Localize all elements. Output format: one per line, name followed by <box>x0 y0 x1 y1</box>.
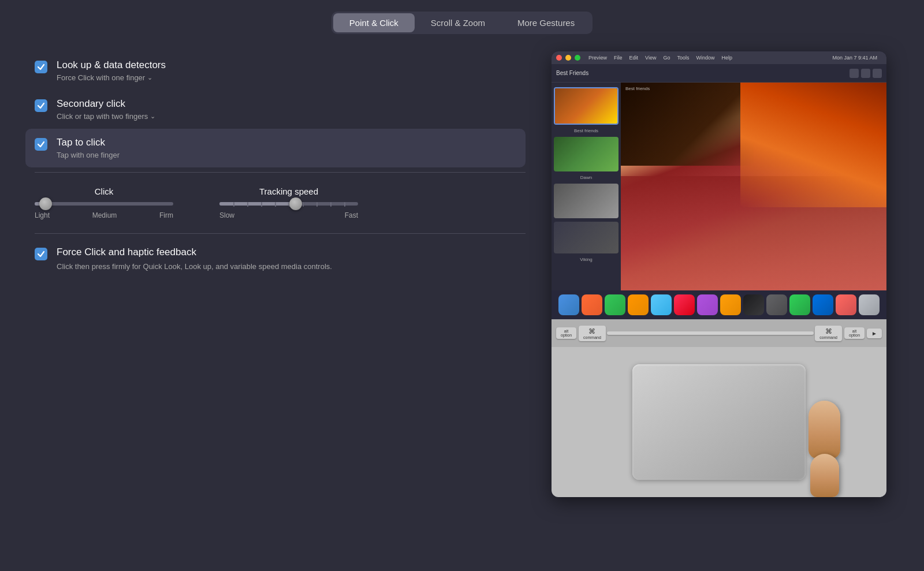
toolbar-title: Best Friends <box>556 70 846 76</box>
menu-window: Window <box>696 55 714 61</box>
dock-icon-13 <box>836 294 856 315</box>
dock <box>552 290 886 319</box>
tab-more-gestures[interactable]: More Gestures <box>501 13 591 32</box>
menu-preview: Preview <box>588 55 607 61</box>
lookup-setting-row: Look up & data detectors Force Click wit… <box>35 51 526 90</box>
thumb-label-2: Dawn <box>554 174 619 181</box>
click-mark-firm: Firm <box>159 211 173 219</box>
force-click-row: Force Click and haptic feedback Click th… <box>35 238 526 280</box>
thumb-label-1: Best friends <box>554 127 619 135</box>
dock-icon-9 <box>743 294 764 315</box>
key-arrow-right: ► <box>867 329 882 338</box>
toolbar-actions <box>850 69 882 78</box>
tracking-speed-labels: Slow Fast <box>219 211 358 219</box>
screen-main-photo: Best friends <box>621 83 886 290</box>
menu-go: Go <box>663 55 670 61</box>
secondary-click-row: Secondary click Click or tap with two fi… <box>35 90 526 129</box>
dock-icon-12 <box>813 294 833 315</box>
photo-label: Best friends <box>625 86 650 91</box>
tracking-speed-label: Tracking speed <box>219 186 358 196</box>
lookup-text: Look up & data detectors Force Click wit… <box>57 59 166 82</box>
force-click-text: Force Click and haptic feedback Click th… <box>57 247 332 272</box>
sliders-section: Click Light Medium Firm Tr <box>35 177 526 229</box>
lookup-title: Look up & data detectors <box>57 59 166 71</box>
divider-1 <box>35 172 526 173</box>
tracking-speed-track[interactable] <box>219 202 358 206</box>
lookup-checkbox[interactable] <box>35 61 47 73</box>
tap-to-click-text: Tap to click Tap with one finger <box>57 137 120 159</box>
dock-icon-6 <box>674 294 695 315</box>
click-slider-label: Click <box>35 186 173 196</box>
traffic-light-green <box>575 55 580 61</box>
click-slider-labels: Light Medium Firm <box>35 211 173 219</box>
screen-sidebar: Best friends Dawn Viking <box>552 83 621 290</box>
tracking-speed-slider-group: Tracking speed <box>219 186 358 219</box>
menu-edit: Edit <box>629 55 639 61</box>
dock-icon-2 <box>582 294 602 315</box>
thumb-3 <box>554 184 619 218</box>
keyboard-left-group: altoption ⌘ command <box>556 326 606 341</box>
tab-scroll-zoom[interactable]: Scroll & Zoom <box>415 13 501 32</box>
dock-icon-10 <box>766 294 787 315</box>
secondary-click-chevron-icon: ⌄ <box>150 113 155 120</box>
secondary-click-title: Secondary click <box>57 98 155 110</box>
key-spacebar <box>607 331 814 335</box>
trackpad <box>632 364 806 480</box>
screen-menu-bar: Preview File Edit View Go Tools Window H… <box>552 51 886 64</box>
dock-icon-5 <box>651 294 672 315</box>
main-content: Look up & data detectors Force Click wit… <box>0 34 924 571</box>
right-panel: Preview File Edit View Go Tools Window H… <box>549 51 889 554</box>
menu-view: View <box>645 55 656 61</box>
menu-help: Help <box>721 55 732 61</box>
menu-file: File <box>614 55 623 61</box>
tap-to-click-row: Tap to click Tap with one finger <box>25 129 526 167</box>
dock-icon-14 <box>859 294 880 315</box>
app-toolbar: Best Friends <box>552 64 886 83</box>
tracking-mark-slow: Slow <box>219 211 234 219</box>
tap-to-click-title: Tap to click <box>57 137 120 148</box>
key-alt-left: altoption <box>556 327 576 339</box>
dock-icon-7 <box>697 294 718 315</box>
menu-tools: Tools <box>677 55 689 61</box>
click-slider-container <box>35 202 173 206</box>
key-alt-right: altoption <box>844 327 865 339</box>
dock-icon-3 <box>605 294 625 315</box>
thumb-1 <box>554 87 619 125</box>
dock-icon-8 <box>720 294 741 315</box>
tap-to-click-subtitle: Tap with one finger <box>57 151 120 159</box>
tab-bar: Point & Click Scroll & Zoom More Gesture… <box>331 12 593 34</box>
force-click-title: Force Click and haptic feedback <box>57 247 332 258</box>
keyboard-right-group: ⌘ command altoption ► <box>815 326 882 341</box>
thumb-label-4: Viking <box>554 256 619 263</box>
traffic-light-yellow <box>565 55 571 61</box>
finger-2 <box>810 454 839 497</box>
click-slider-group: Click Light Medium Firm <box>35 186 173 219</box>
finger-overlay <box>808 401 840 497</box>
trackpad-area <box>552 347 886 497</box>
thumb-2 <box>554 137 619 171</box>
tap-to-click-checkbox[interactable] <box>35 138 47 151</box>
secondary-click-subtitle[interactable]: Click or tap with two fingers ⌄ <box>57 112 155 121</box>
force-click-checkbox[interactable] <box>35 248 47 260</box>
key-cmd-left: ⌘ command <box>579 326 606 341</box>
lookup-subtitle[interactable]: Force Click with one finger ⌄ <box>57 73 166 82</box>
click-slider-track[interactable] <box>35 202 173 206</box>
dock-icon-11 <box>789 294 810 315</box>
secondary-click-checkbox[interactable] <box>35 99 47 112</box>
tracking-mark-fast: Fast <box>345 211 358 219</box>
sliders-row: Click Light Medium Firm Tr <box>35 186 526 219</box>
tracking-speed-thumb[interactable] <box>289 197 302 210</box>
lookup-chevron-icon: ⌄ <box>147 74 152 81</box>
screen-content: Best friends Dawn Viking <box>552 83 886 290</box>
click-slider-thumb[interactable] <box>39 197 52 210</box>
dock-icon-4 <box>628 294 649 315</box>
divider-2 <box>35 233 526 234</box>
keyboard-row: altoption ⌘ command ⌘ command altoption … <box>552 319 886 347</box>
tab-point-click[interactable]: Point & Click <box>333 13 415 32</box>
toolbar-icon-2 <box>861 69 870 78</box>
toolbar-icon-1 <box>850 69 859 78</box>
menu-time: Mon Jan 7 9:41 AM <box>832 55 877 61</box>
secondary-click-text: Secondary click Click or tap with two fi… <box>57 98 155 121</box>
key-cmd-right: ⌘ command <box>815 326 842 341</box>
finger-1 <box>808 401 840 458</box>
